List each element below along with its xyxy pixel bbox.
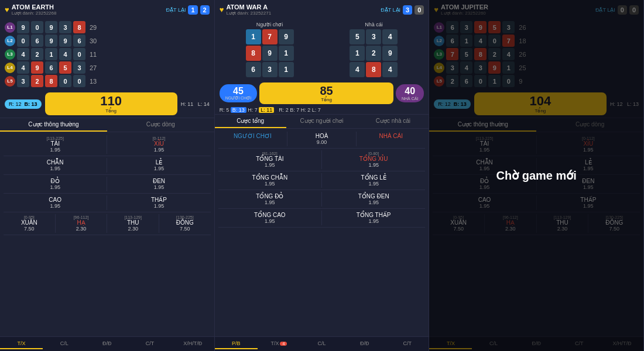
- grid-cell: 6: [73, 35, 85, 47]
- bet-tab-1[interactable]: Cược dòng: [107, 118, 214, 132]
- war-bet-right-1[interactable]: [0-80]TỔNG XỈU1.95: [321, 150, 425, 169]
- war-score-detail: R: 5 B: 13 H: 7 L: 11 R: 2 B: 7 H: 2 L: …: [215, 106, 429, 114]
- war-player-row: 179: [220, 29, 320, 44]
- war-bet-row: TỔNG CHẴN1.95TỔNG LẺ1.95: [218, 171, 426, 190]
- war-cell: 5: [350, 29, 365, 44]
- bottom-tab-0[interactable]: P/B: [215, 339, 258, 349]
- grid-cell: 4: [17, 48, 29, 60]
- war-bet-left-4[interactable]: TỔNG CAO1.95: [218, 211, 321, 225]
- war-cell: 9: [279, 29, 294, 44]
- bottom-tab-3[interactable]: Đ/Đ: [343, 339, 386, 349]
- war-house-row: 129: [324, 46, 424, 61]
- grid-row-l4: L44965327: [5, 61, 210, 74]
- war-cell: 6: [246, 62, 261, 77]
- bet-season-3[interactable]: [130-225]ĐÔNG7.50: [159, 214, 211, 233]
- bet-right-2[interactable]: ĐEN1.95: [107, 177, 210, 191]
- player-total-badge: 45NGƯỜI CHƠI: [220, 84, 257, 103]
- bet-left-2[interactable]: ĐỎ1.95: [4, 177, 107, 191]
- bottom-tabs: T/XC/LĐ/ĐC/TX/H/T/Đ: [0, 336, 214, 351]
- rb-badge: R: 12 B: 13: [5, 99, 42, 109]
- bet-row: CAO1.95THẤP1.95: [4, 194, 211, 212]
- war-bet-tab-0[interactable]: Cược tổng: [215, 115, 286, 128]
- war-bet-left-3[interactable]: TỔNG ĐỎ1.95: [218, 192, 321, 207]
- grid-cell: 6: [31, 35, 43, 47]
- bet-right-1[interactable]: LẺ1.95: [107, 158, 210, 173]
- bet-type-tabs: Cược thông thườngCược dòng: [0, 118, 214, 132]
- bottom-tab-4[interactable]: X/H/T/Đ: [172, 339, 214, 349]
- war-bet-right-4[interactable]: TỔNG THẤP1.95: [321, 211, 425, 225]
- bet-right-3[interactable]: THẤP1.95: [107, 195, 210, 210]
- war-cell: 9: [382, 46, 398, 61]
- total-center: 110Tổng: [45, 92, 177, 115]
- bet-season-2[interactable]: [113-129]THU2.30: [107, 214, 159, 233]
- war-cell: 4: [350, 62, 365, 77]
- war-cell: 1: [279, 62, 294, 77]
- waiting-overlay: Chờ game mới: [429, 0, 643, 351]
- war-cell: 1: [350, 46, 365, 61]
- grid-row-l1: L19093829: [5, 21, 210, 33]
- war-bet-left-2[interactable]: TỔNG CHẴN1.95: [218, 173, 321, 188]
- war-bet-left-1[interactable]: [81-162]TỔNG TÀI1.95: [218, 150, 321, 169]
- war-bet-row: NGƯỜI CHƠIHOÀ9.00NHÀ CÁI: [218, 130, 426, 149]
- bet-right-0[interactable]: [0-112]XỈU1.95: [107, 135, 210, 154]
- war-bet-table: NGƯỜI CHƠIHOÀ9.00NHÀ CÁI[81-162]TỔNG TÀI…: [215, 129, 429, 336]
- grid-row-l2: L20699630: [5, 35, 210, 47]
- grid-cell: 0: [17, 35, 29, 47]
- war-bet-item-0-0[interactable]: NGƯỜI CHƠI: [218, 132, 287, 146]
- war-cell: 1: [246, 29, 261, 44]
- waiting-text: Chờ game mới: [496, 168, 577, 183]
- bottom-tab-1[interactable]: T/X4: [258, 339, 300, 349]
- bet-left-1[interactable]: CHẴN1.95: [4, 158, 107, 173]
- war-bet-row: [81-162]TỔNG TÀI1.95[0-80]TỔNG XỈU1.95: [218, 149, 426, 171]
- panel-subtitle: Lượt đánh: 23252271: [226, 11, 378, 16]
- player-side: Người chơi179891631: [220, 22, 320, 78]
- war-bet-item-0-2[interactable]: NHÀ CÁI: [356, 132, 425, 146]
- war-player-row: 631: [220, 62, 320, 77]
- war-bet-row: TỔNG CAO1.95TỔNG THẤP1.95: [218, 209, 426, 228]
- war-cell: 9: [262, 46, 278, 61]
- row-label-l3: L3: [5, 49, 15, 60]
- grid-cell: 2: [31, 48, 43, 60]
- bottom-tab-4[interactable]: C/T: [386, 339, 429, 349]
- bet-season-0[interactable]: [0-95]XUÂN7.50: [4, 214, 55, 233]
- score-badge-1: 2: [200, 5, 210, 15]
- hl-info: H: 11 L: 14: [181, 101, 210, 107]
- dat-lai-button[interactable]: ĐẶT LẠI: [381, 7, 400, 13]
- panel-atom-war-a: ♥ ATOM WAR A Lượt đánh: 23252271 ĐẶT LẠI…: [215, 0, 430, 351]
- bet-season-1[interactable]: [96-112]HẠ2.30: [55, 214, 107, 233]
- panel-title: ATOM EARTH: [12, 4, 164, 11]
- war-total-center: 85Tổng: [259, 82, 393, 104]
- war-bet-item-0-1[interactable]: HOÀ9.00: [287, 132, 356, 146]
- bottom-tab-1[interactable]: C/L: [43, 339, 85, 349]
- war-cell: 1: [279, 46, 294, 61]
- bottom-tab-3[interactable]: C/T: [128, 339, 171, 349]
- grid-cell: 8: [45, 75, 57, 87]
- heart-icon: ♥: [220, 5, 224, 14]
- war-cell: 8: [246, 46, 261, 61]
- dat-lai-button[interactable]: ĐẶT LẠI: [166, 7, 186, 13]
- grid-cell: 5: [59, 61, 71, 74]
- grid-row-l5: L53280013: [5, 75, 210, 87]
- panel-subtitle: Lượt đánh: 23252268: [12, 11, 164, 16]
- bet-row: [113-225]TÀI1.95[0-112]XỈU1.95: [4, 133, 211, 156]
- row-sum: 11: [90, 51, 97, 58]
- war-cell: 2: [366, 46, 381, 61]
- bet-row-seasons: [0-95]XUÂN7.50[96-112]HẠ2.30[113-129]THU…: [4, 212, 211, 235]
- war-cell: 3: [262, 62, 278, 77]
- bottom-tab-2[interactable]: Đ/Đ: [85, 339, 128, 349]
- bet-tab-0[interactable]: Cược thông thường: [0, 118, 107, 132]
- grid-cell: 9: [31, 61, 43, 74]
- grid-cell: 3: [59, 21, 71, 33]
- bet-left-0[interactable]: [113-225]TÀI1.95: [4, 135, 107, 154]
- bet-left-3[interactable]: CAO1.95: [4, 195, 107, 210]
- heart-icon: ♥: [5, 5, 9, 14]
- war-bet-tab-2[interactable]: Cược nhà cái: [357, 115, 429, 128]
- war-bet-tab-1[interactable]: Cược người chơi: [286, 115, 358, 128]
- grid-cell: 0: [73, 48, 85, 60]
- war-bet-right-3[interactable]: TỔNG ĐEN1.95: [321, 192, 425, 207]
- grid-cell: 9: [59, 35, 71, 47]
- bottom-tab-2[interactable]: C/L: [300, 339, 343, 349]
- bottom-tab-0[interactable]: T/X: [0, 339, 43, 349]
- grid-cell: 6: [45, 61, 57, 74]
- war-bet-right-2[interactable]: TỔNG LẺ1.95: [321, 173, 425, 188]
